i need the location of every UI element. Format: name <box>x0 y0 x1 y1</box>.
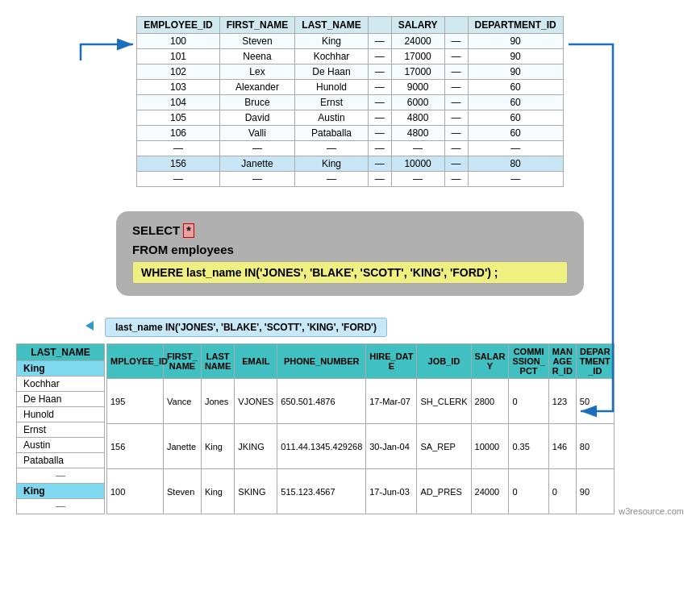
cell-salary: — <box>391 172 444 187</box>
table-row: 103 Alexander Hunold — 9000 — 60 <box>137 80 563 95</box>
cell-dept: 50 <box>576 379 614 424</box>
filter-arrow-icon <box>81 317 98 337</box>
employees-top-table: EMPLOYEE_ID FIRST_NAME LAST_NAME SALARY … <box>136 16 563 187</box>
res-emp-id: MPLOYEE_ID <box>107 344 164 379</box>
cell-last: King <box>201 469 234 514</box>
table-row: 100 Steven King SKING 515.123.4567 17-Ju… <box>107 469 615 514</box>
list-item: Austin <box>17 438 105 453</box>
cell-dash1: — <box>368 156 391 172</box>
cell-dept: 60 <box>468 110 563 126</box>
cell-comm: 0.35 <box>509 424 548 469</box>
last-name-value: Pataballa <box>17 453 105 468</box>
cell-comm: 0 <box>509 379 548 424</box>
cell-first: Valli <box>219 126 295 141</box>
cell-first: Lex <box>219 64 295 80</box>
cell-last: Ernst <box>295 95 368 110</box>
cell-comm: 0 <box>509 469 548 514</box>
bottom-section: LAST_NAME KingKochharDe HaanHunoldErnstA… <box>16 343 684 514</box>
cell-mgr: 146 <box>548 424 576 469</box>
last-name-value: De Haan <box>17 392 105 407</box>
res-mgr: MANAGER_ID <box>548 344 576 379</box>
list-item: — <box>17 499 105 514</box>
cell-email: SKING <box>235 469 277 514</box>
watermark: w3resource.com <box>619 506 684 516</box>
cell-first: — <box>219 172 295 187</box>
last-name-value: Hunold <box>17 407 105 422</box>
list-item: De Haan <box>17 392 105 407</box>
cell-emp-id: 103 <box>137 80 219 95</box>
filter-label-row: last_name IN('JONES', 'BLAKE', 'SCOTT', … <box>81 317 684 337</box>
cell-dash1: — <box>368 95 391 110</box>
res-comm: COMMISSION_PCT <box>509 344 548 379</box>
cell-email: VJONES <box>235 379 277 424</box>
cell-dash1: — <box>368 34 391 49</box>
cell-emp-id: 106 <box>137 126 219 141</box>
cell-dash2: — <box>444 34 468 49</box>
col-dash1 <box>368 17 391 34</box>
cell-dash2: — <box>444 95 468 110</box>
res-last: LASTNAME <box>201 344 234 379</box>
table-row: — — — — — — — <box>137 141 563 156</box>
cell-salary: 4800 <box>391 110 444 126</box>
cell-mgr: 0 <box>548 469 576 514</box>
cell-emp-id: 156 <box>137 156 219 172</box>
cell-last: Kochhar <box>295 49 368 64</box>
cell-salary: 24000 <box>391 34 444 49</box>
list-item: King <box>17 484 105 499</box>
cell-dash2: — <box>444 49 468 64</box>
cell-job: SH_CLERK <box>417 379 471 424</box>
cell-last: De Haan <box>295 64 368 80</box>
cell-last: — <box>295 172 368 187</box>
svg-marker-0 <box>85 321 94 331</box>
cell-mgr: 123 <box>548 379 576 424</box>
cell-last: Hunold <box>295 80 368 95</box>
cell-dash2: — <box>444 141 468 156</box>
filter-label-text: last_name IN('JONES', 'BLAKE', 'SCOTT', … <box>105 318 387 337</box>
cell-first: — <box>219 141 295 156</box>
res-first: FIRST_NAME <box>164 344 202 379</box>
sql-star: * <box>183 223 194 238</box>
cell-emp-id: 104 <box>137 95 219 110</box>
cell-last: — <box>295 141 368 156</box>
cell-first: Steven <box>164 469 202 514</box>
cell-dash1: — <box>368 172 391 187</box>
cell-dept: — <box>468 141 563 156</box>
cell-emp-id: — <box>137 141 219 156</box>
cell-salary: 17000 <box>391 64 444 80</box>
cell-dept: 80 <box>576 424 614 469</box>
cell-salary: 10000 <box>391 156 444 172</box>
cell-dash2: — <box>444 80 468 95</box>
col-first-name: FIRST_NAME <box>219 17 295 34</box>
sql-where-line: WHERE last_name IN('JONES', 'BLAKE', 'SC… <box>132 261 568 284</box>
cell-dash1: — <box>368 64 391 80</box>
cell-dash1: — <box>368 126 391 141</box>
table-row: 156 Janette King JKING 011.44.1345.42926… <box>107 424 615 469</box>
sql-from-line: FROM employees <box>132 243 568 256</box>
list-item: Hunold <box>17 407 105 422</box>
last-name-list: LAST_NAME KingKochharDe HaanHunoldErnstA… <box>16 343 105 514</box>
table-row: 100 Steven King — 24000 — 90 <box>137 34 563 49</box>
cell-emp-id: — <box>137 172 219 187</box>
cell-dash2: — <box>444 172 468 187</box>
cell-salary: — <box>391 141 444 156</box>
table-row: 102 Lex De Haan — 17000 — 90 <box>137 64 563 80</box>
cell-dept: 90 <box>468 49 563 64</box>
cell-dept: 60 <box>468 80 563 95</box>
res-email: EMAIL <box>235 344 277 379</box>
cell-first: Janette <box>219 156 295 172</box>
col-last-name: LAST_NAME <box>295 17 368 34</box>
cell-hire: 17-Mar-07 <box>366 379 417 424</box>
cell-dept: 60 <box>468 95 563 110</box>
cell-emp-id: 105 <box>137 110 219 126</box>
table-row: 105 David Austin — 4800 — 60 <box>137 110 563 126</box>
last-name-value: King <box>17 361 105 377</box>
last-name-value: — <box>17 499 105 514</box>
cell-dept: — <box>468 172 563 187</box>
cell-first: Vance <box>164 379 202 424</box>
sql-select-line: SELECT * <box>132 223 568 238</box>
cell-dash1: — <box>368 80 391 95</box>
result-table: MPLOYEE_ID FIRST_NAME LASTNAME EMAIL PHO… <box>106 343 615 514</box>
list-item: King <box>17 361 105 377</box>
res-hire: HIRE_DATE <box>366 344 417 379</box>
cell-emp-id: 156 <box>107 424 164 469</box>
